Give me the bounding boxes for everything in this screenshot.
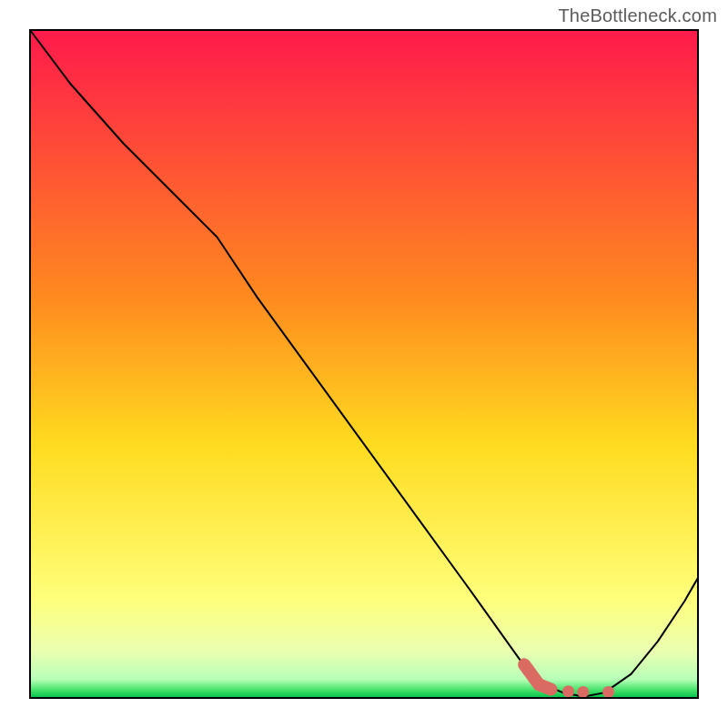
watermark-text: TheBottleneck.com [558,5,717,26]
optimal-marker-dots-dot [577,686,589,698]
gradient-background [30,30,698,698]
optimal-marker-dots-dot [602,686,614,698]
optimal-marker-dots-dot [562,685,574,697]
plot-svg [0,0,728,728]
bottleneck-chart: TheBottleneck.com [0,0,728,728]
